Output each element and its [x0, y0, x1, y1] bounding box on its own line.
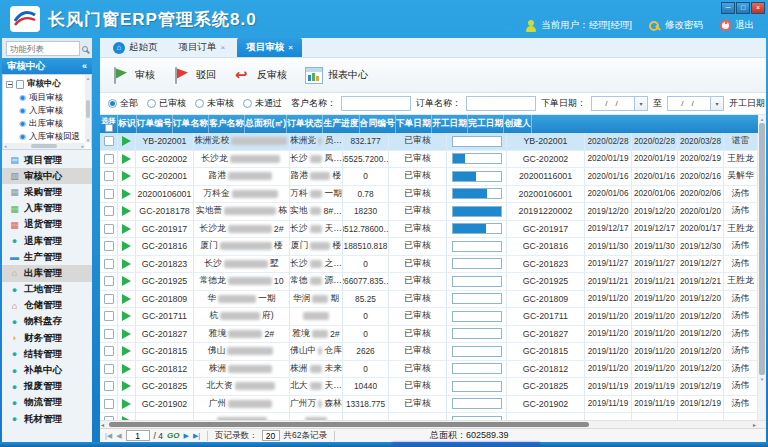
table-row[interactable]: GC-201711 杭府) 0 已审核 GC-201711 2019/11/20… — [100, 308, 758, 326]
sidebar-menu-item[interactable]: ▥ 审核中心 — [2, 168, 92, 184]
tree-root[interactable]: 审核中心 — [6, 77, 84, 91]
tree-item[interactable]: ◉ 项目审核 — [6, 91, 84, 104]
sidebar-menu-item[interactable]: ● 报废管理 — [2, 379, 92, 395]
sidebar-menu-item[interactable]: ⌂ 仓储管理 — [2, 298, 92, 314]
row-checkbox[interactable] — [104, 154, 114, 164]
sidebar-menu-item[interactable]: ● 物料盘存 — [2, 314, 92, 330]
tree-hscrollbar[interactable]: ◂▸ — [3, 143, 85, 149]
row-checkbox[interactable] — [104, 364, 114, 374]
status-radio[interactable]: 未审核 — [195, 97, 234, 110]
row-checkbox[interactable] — [104, 189, 114, 199]
grid-hscrollbar[interactable]: ◂ ▸ — [100, 420, 766, 428]
table-row[interactable]: GC-201815 佛山 佛山中仓库 2626 已审核 GC-201815 20… — [100, 343, 758, 361]
table-row[interactable]: YB-202001 株洲党校 株洲党员… 832.177 已审核 YB-2020… — [100, 133, 758, 151]
table-row[interactable]: GC-201825 北大资 北大天… 10440 已审核 GC-201825 2… — [100, 378, 758, 396]
column-header[interactable]: 订单编号 — [137, 115, 173, 133]
toolbar-button[interactable]: 反审核 — [234, 67, 287, 84]
order-name-input[interactable] — [466, 96, 536, 111]
column-header[interactable]: 下单日期 — [396, 115, 432, 133]
row-checkbox[interactable] — [104, 381, 114, 391]
sidebar-menu-item[interactable]: ▤ 项目管理 — [2, 152, 92, 168]
hscroll-thumb[interactable] — [109, 422, 589, 427]
next-page-button[interactable]: ▶ — [184, 432, 189, 440]
sidebar-menu-item[interactable]: ⌂ 出库管理 — [2, 265, 92, 281]
change-password-button[interactable]: 修改密码 — [649, 19, 703, 32]
tab[interactable]: ⌂ 起始页 — [104, 38, 167, 57]
row-checkbox[interactable] — [104, 241, 114, 251]
customer-name-input[interactable] — [341, 96, 411, 111]
column-header[interactable]: 创建人 — [504, 115, 531, 133]
row-checkbox[interactable] — [104, 276, 114, 286]
minimize-button[interactable]: ─ — [721, 2, 735, 14]
logout-button[interactable]: 退出 — [720, 19, 754, 32]
page-number-input[interactable] — [126, 430, 150, 441]
row-checkbox[interactable] — [104, 259, 114, 269]
collapse-icon[interactable]: « — [82, 61, 87, 71]
table-row[interactable]: GC-202002 长沙龙 长沙凤… 65525.7200… 已审核 GC-20… — [100, 151, 758, 169]
tree-item[interactable]: ◉ 出库审核 — [6, 117, 84, 130]
table-row[interactable]: GC-201823 长沙墅 长沙之… 0 已审核 GC-201823 2019/… — [100, 256, 758, 274]
column-header[interactable]: 总面积(㎡) — [245, 115, 287, 133]
sidebar-menu-item[interactable]: ● 结转管理 — [2, 346, 92, 362]
sidebar-menu-item[interactable]: ▦ 退货管理 — [2, 217, 92, 233]
tab-close-icon[interactable]: × — [221, 43, 226, 52]
column-header[interactable]: 完工日期 — [468, 115, 504, 133]
column-header[interactable]: 客户名称 — [209, 115, 245, 133]
sidebar-menu-item[interactable]: ● 退库管理 — [2, 233, 92, 249]
sidebar-menu-item[interactable]: ▦ 采购管理 — [2, 184, 92, 200]
sidebar-menu-item[interactable]: ▦ 入库管理 — [2, 201, 92, 217]
collapse-node-icon[interactable] — [6, 81, 13, 88]
prev-page-button[interactable]: ◀ — [116, 432, 121, 440]
go-button[interactable]: GO — [167, 431, 179, 440]
toolbar-button[interactable]: 报表中心 — [305, 67, 368, 84]
status-radio[interactable]: 未通过 — [243, 97, 282, 110]
scroll-left-icon[interactable]: ◂ — [101, 421, 104, 428]
first-page-button[interactable]: |◀ — [105, 432, 112, 440]
tree-vscrollbar[interactable]: ▴▾ — [85, 75, 91, 143]
table-row[interactable]: GC-201902 广州 广州万森林 13318.775 已审核 GC-2019… — [100, 396, 758, 414]
sidebar-menu-item[interactable]: ● 耗材管理 — [2, 411, 92, 426]
function-search-input[interactable] — [6, 41, 80, 56]
table-row[interactable]: GC-2018178 实地蔷栋 实地8#… 18230 已审核 20191220… — [100, 203, 758, 221]
column-header[interactable]: 标识 — [118, 115, 137, 133]
row-checkbox[interactable] — [104, 136, 114, 146]
row-checkbox[interactable] — [104, 311, 114, 321]
restore-button[interactable]: □ — [736, 2, 750, 14]
row-checkbox[interactable] — [104, 346, 114, 356]
toolbar-button[interactable]: 审核 — [112, 67, 155, 84]
row-checkbox[interactable] — [104, 206, 114, 216]
grid-vscrollbar[interactable]: ▴▾ — [758, 115, 766, 420]
table-row[interactable] — [100, 413, 758, 420]
column-header[interactable]: 合同编号 — [360, 115, 396, 133]
sidebar-menu-item[interactable]: ◗ 财务管理 — [2, 330, 92, 346]
order-date-end-picker[interactable]: / /▾ — [667, 96, 724, 111]
splitter[interactable] — [92, 38, 100, 442]
row-checkbox[interactable] — [104, 329, 114, 339]
column-header[interactable]: 生产进度 — [323, 115, 359, 133]
page-size-input[interactable] — [262, 430, 280, 441]
tab-close-icon[interactable]: × — [288, 43, 293, 52]
table-row[interactable]: GC-202001 路港 路港楼 0 已审核 20200116001 2020/… — [100, 168, 758, 186]
table-row[interactable]: 20200106001 万科金 万科一期 0.78 已审核 2020010600… — [100, 186, 758, 204]
status-radio[interactable]: 全部 — [108, 97, 138, 110]
row-checkbox[interactable] — [104, 399, 114, 409]
sidebar-menu-item[interactable]: ● 补单中心 — [2, 362, 92, 378]
scroll-right-icon[interactable]: ▸ — [753, 421, 756, 428]
sidebar-menu-item[interactable]: ● 物流管理 — [2, 395, 92, 411]
column-header[interactable]: 开工日期 — [432, 115, 468, 133]
select-all-checkbox[interactable] — [105, 124, 113, 132]
toolbar-button[interactable]: 驳回 — [173, 67, 216, 84]
row-checkbox[interactable] — [104, 294, 114, 304]
row-checkbox[interactable] — [104, 171, 114, 181]
table-row[interactable]: GC-201827 雅境2# 雅境2# 0 已审核 GC-201827 2019… — [100, 326, 758, 344]
order-date-picker[interactable]: / /▾ — [591, 96, 648, 111]
close-button[interactable]: × — [751, 2, 765, 14]
sidebar-menu-item[interactable]: ● 工地管理 — [2, 282, 92, 298]
table-row[interactable]: GC-201925 常德龙10 常德源… 266077.835… 已审核 GC-… — [100, 273, 758, 291]
last-page-button[interactable]: ▶| — [193, 432, 200, 440]
status-radio[interactable]: 已审核 — [147, 97, 186, 110]
tab[interactable]: ⌂ 项目审核 × — [237, 38, 302, 57]
tree-item[interactable]: ◉ 入库审核 — [6, 104, 84, 117]
column-header[interactable]: 订单名称 — [173, 115, 209, 133]
sidebar-menu-item[interactable]: ▬ 生产管理 — [2, 249, 92, 265]
